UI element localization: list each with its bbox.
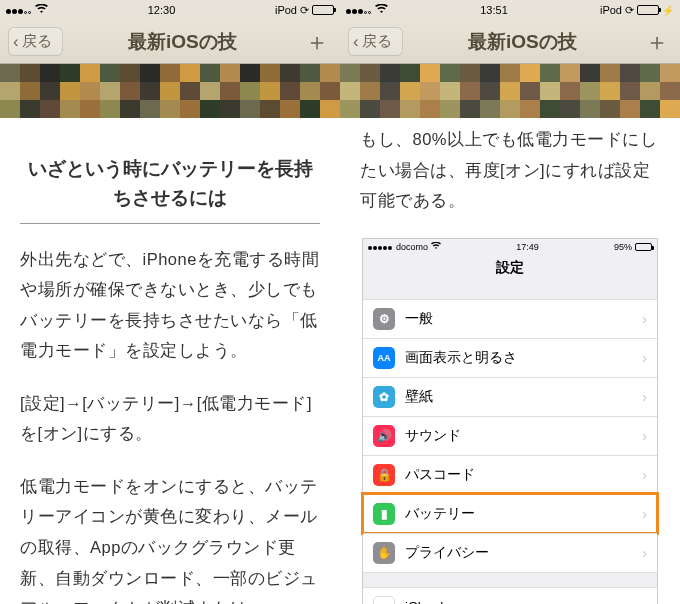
settings-row-privacy[interactable]: ✋プライバシー› <box>363 533 657 573</box>
charging-icon: ⚡ <box>662 5 674 16</box>
chevron-right-icon: › <box>642 545 647 561</box>
wifi-icon <box>431 242 441 252</box>
settings-row-label: iCloud <box>405 599 443 604</box>
chevron-right-icon: › <box>642 506 647 522</box>
chevron-right-icon: › <box>642 311 647 327</box>
add-button[interactable]: ＋ <box>642 27 672 57</box>
wifi-icon <box>375 4 388 16</box>
back-label: 戻る <box>362 32 392 51</box>
privacy-icon: ✋ <box>373 542 395 564</box>
status-bar: 13:51 iPod ⟳ ⚡ <box>340 0 680 20</box>
nav-bar: ‹ 戻る 最新iOSの技 ＋ <box>0 20 340 64</box>
display-icon: AA <box>373 347 395 369</box>
settings-row-battery[interactable]: ▮バッテリー› <box>363 494 657 533</box>
status-time: 12:30 <box>148 4 176 16</box>
settings-row-display[interactable]: AA画面表示と明るさ› <box>363 338 657 377</box>
article-body: いざという時にバッテリーを長持ちさせるには 外出先などで、iPhoneを充電する… <box>0 118 340 604</box>
nav-bar: ‹ 戻る 最新iOSの技 ＋ <box>340 20 680 64</box>
article-title: いざという時にバッテリーを長持ちさせるには <box>20 154 320 213</box>
chevron-right-icon: › <box>642 428 647 444</box>
settings-row-label: 一般 <box>405 310 433 328</box>
settings-row-label: サウンド <box>405 427 461 445</box>
battery-percent: 95% <box>614 242 632 252</box>
settings-screenshot: docomo 17:49 95% 設定 ⚙一般›AA画面表示と明るさ›✿壁紙›🔊… <box>362 238 658 604</box>
settings-row-label: バッテリー <box>405 505 475 523</box>
settings-row-wallpaper[interactable]: ✿壁紙› <box>363 377 657 416</box>
settings-row-icloud[interactable]: ☁iCloud› <box>363 587 657 604</box>
chevron-left-icon: ‹ <box>13 33 19 50</box>
device-label: iPod <box>600 4 622 16</box>
paragraph: [設定]→[バッテリー]→[低電力モード]を[オン]にする。 <box>20 388 320 449</box>
passcode-icon: 🔒 <box>373 464 395 486</box>
settings-row-label: 壁紙 <box>405 388 433 406</box>
icloud-icon: ☁ <box>373 596 395 604</box>
settings-title: 設定 <box>363 255 657 285</box>
chevron-right-icon: › <box>642 599 647 604</box>
general-icon: ⚙ <box>373 308 395 330</box>
nav-title: 最新iOSの技 <box>63 29 302 55</box>
back-button[interactable]: ‹ 戻る <box>8 27 63 56</box>
chevron-right-icon: › <box>642 389 647 405</box>
status-time: 13:51 <box>480 4 508 16</box>
back-label: 戻る <box>22 32 52 51</box>
chevron-left-icon: ‹ <box>353 33 359 50</box>
status-bar: 12:30 iPod ⟳ <box>0 0 340 20</box>
nav-title: 最新iOSの技 <box>403 29 642 55</box>
settings-row-sound[interactable]: 🔊サウンド› <box>363 416 657 455</box>
battery-icon <box>312 5 334 15</box>
settings-row-label: パスコード <box>405 466 475 484</box>
add-button[interactable]: ＋ <box>302 27 332 57</box>
battery-icon: ▮ <box>373 503 395 525</box>
chevron-right-icon: › <box>642 467 647 483</box>
orientation-lock-icon: ⟳ <box>300 4 309 17</box>
paragraph: 低電力モードをオンにすると、バッテリーアイコンが黄色に変わり、メールの取得、Ap… <box>20 471 320 604</box>
article-body: もし、80%以上でも低電力モードにしたい場合は、再度[オン]にすれば設定可能であ… <box>340 124 680 216</box>
left-screen: 12:30 iPod ⟳ ‹ 戻る 最新iOSの技 ＋ いざという時にバッテリー… <box>0 0 340 604</box>
settings-row-general[interactable]: ⚙一般› <box>363 299 657 338</box>
back-button[interactable]: ‹ 戻る <box>348 27 403 56</box>
settings-row-label: プライバシー <box>405 544 489 562</box>
inner-status-time: 17:49 <box>516 242 539 252</box>
paragraph: もし、80%以上でも低電力モードにしたい場合は、再度[オン]にすれば設定可能であ… <box>360 124 660 216</box>
carrier-label: docomo <box>396 242 428 252</box>
right-screen: 13:51 iPod ⟳ ⚡ ‹ 戻る 最新iOSの技 ＋ もし、80%以上でも… <box>340 0 680 604</box>
chevron-right-icon: › <box>642 350 647 366</box>
battery-icon <box>637 5 659 15</box>
signal-dots-icon <box>368 242 393 252</box>
header-image-mosaic <box>340 64 680 118</box>
divider <box>20 223 320 224</box>
header-image-mosaic <box>0 64 340 118</box>
wallpaper-icon: ✿ <box>373 386 395 408</box>
battery-icon <box>635 243 652 251</box>
signal-dots-icon <box>6 4 32 16</box>
orientation-lock-icon: ⟳ <box>625 4 634 17</box>
paragraph: 外出先などで、iPhoneを充電する時間や場所が確保できないとき、少しでもバッテ… <box>20 244 320 366</box>
wifi-icon <box>35 4 48 16</box>
inner-status-bar: docomo 17:49 95% <box>363 239 657 255</box>
sound-icon: 🔊 <box>373 425 395 447</box>
device-label: iPod <box>275 4 297 16</box>
signal-dots-icon <box>346 4 372 16</box>
settings-row-passcode[interactable]: 🔒パスコード› <box>363 455 657 494</box>
settings-row-label: 画面表示と明るさ <box>405 349 517 367</box>
